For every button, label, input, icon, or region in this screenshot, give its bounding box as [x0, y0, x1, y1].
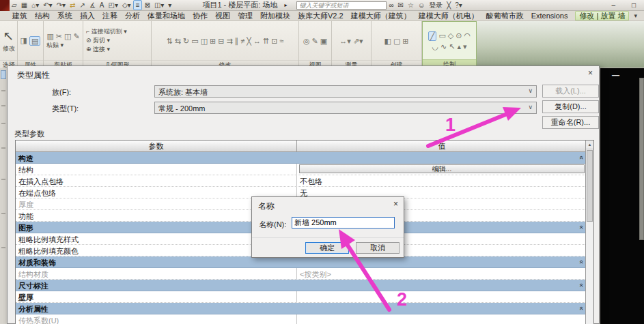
modify-tool-icon[interactable]: ▭: [191, 37, 198, 45]
table-row[interactable]: 尺寸标注 «: [16, 280, 587, 291]
measure-icon[interactable]: ↗: [77, 1, 87, 10]
create-tool-icon[interactable]: ◧: [384, 37, 391, 45]
text-icon[interactable]: A: [98, 1, 107, 10]
collapse-group-icon[interactable]: «: [578, 283, 585, 287]
table-row[interactable]: 材质和装饰 «: [16, 256, 587, 268]
chevron-down-icon[interactable]: ∨: [528, 87, 533, 94]
view-tool-icon[interactable]: ✎: [311, 37, 318, 45]
ribbon-tab[interactable]: 附加模块: [260, 11, 290, 20]
ribbon-tab[interactable]: 体量和场地: [148, 11, 185, 20]
modify-tool-icon[interactable]: ↔: [253, 37, 261, 45]
table-row[interactable]: 结构 编辑...: [16, 164, 587, 175]
search-icon[interactable]: ∞: [387, 1, 395, 10]
table-row[interactable]: 传热系数(U): [16, 314, 587, 324]
param-value[interactable]: [297, 256, 587, 267]
cut-geometry-button[interactable]: ⊘ 剪切 ▾: [85, 37, 150, 44]
modify-tool-icon[interactable]: ↻: [183, 37, 189, 45]
ribbon-tab[interactable]: 建模大师（建筑）: [351, 11, 411, 20]
restore-icon[interactable]: □: [624, 1, 644, 10]
minimize-icon[interactable]: –: [603, 1, 624, 10]
ribbon-tab[interactable]: 系统: [57, 11, 72, 20]
collapse-group-icon[interactable]: «: [578, 306, 585, 310]
open-icon[interactable]: ▱: [10, 1, 19, 10]
ribbon-tab[interactable]: 酸葡萄市政: [486, 11, 524, 20]
paste-button-label[interactable]: 粘贴 ▾: [45, 42, 81, 49]
create-tool-icon[interactable]: ▢: [393, 37, 400, 45]
modify-tool-icon[interactable]: ⇉: [227, 37, 233, 45]
help-icon[interactable]: ?▾: [453, 1, 464, 10]
rename-button[interactable]: 重命名(R)...: [542, 116, 599, 129]
scroll-down-icon[interactable]: ▾: [463, 42, 467, 50]
section-icon[interactable]: ◇▾: [120, 1, 133, 10]
measure-tool-icon[interactable]: ⇗▾: [353, 37, 363, 45]
draw-line-icon[interactable]: ╱: [428, 31, 437, 41]
canvas-scrollbar[interactable]: [639, 78, 644, 240]
copy-icon[interactable]: ◫: [64, 32, 71, 40]
draw-fillet-arc-icon[interactable]: ◡: [432, 42, 438, 50]
drawing-area[interactable]: —: [600, 68, 644, 324]
close-hidden-windows-icon[interactable]: ⊠: [142, 1, 152, 10]
ribbon-tab[interactable]: 族库大师V2.2: [298, 11, 344, 20]
create-tool-icon[interactable]: ⊞: [402, 37, 408, 45]
param-value[interactable]: 编辑...: [299, 164, 585, 173]
name-input[interactable]: [292, 217, 395, 229]
cope-button[interactable]: ⌐ 连接端切割 ▾: [85, 28, 150, 35]
chevron-down-icon[interactable]: ∨: [528, 104, 533, 111]
user-icon[interactable]: ☺: [416, 1, 427, 10]
table-row[interactable]: 在插入点包络 不包络: [16, 175, 587, 187]
modify-tool-icon[interactable]: ∥: [235, 37, 239, 45]
table-row[interactable]: 构造 «: [16, 152, 587, 164]
thin-lines-icon[interactable]: ≡: [133, 0, 143, 10]
ribbon-tab[interactable]: 建模大师（机电）: [419, 11, 479, 20]
undo-icon[interactable]: ↶▾: [41, 1, 54, 10]
modify-tool-icon[interactable]: ⊟: [218, 37, 224, 45]
type-select[interactable]: 常规 - 200mm ∨: [154, 102, 537, 114]
qat-customize-icon[interactable]: ▾: [166, 1, 173, 10]
switch-windows-icon[interactable]: ◫▾: [152, 1, 166, 10]
cancel-button[interactable]: 取消: [356, 242, 400, 254]
table-row[interactable]: 结构材质 <按类别>: [16, 268, 587, 280]
measure-tool-icon[interactable]: ↔▾: [339, 37, 351, 45]
draw-rectangle-icon[interactable]: ▭: [438, 31, 445, 41]
modify-tool-icon[interactable]: ╳: [247, 37, 251, 45]
modify-tool-icon[interactable]: ⇆: [175, 37, 181, 45]
autodesk-360-icon[interactable]: ╳: [445, 1, 453, 10]
ok-button[interactable]: 确定: [305, 242, 349, 254]
param-value[interactable]: [297, 314, 587, 324]
duplicate-button[interactable]: 复制(D)...: [542, 100, 599, 113]
ribbon-tab[interactable]: 管理: [238, 11, 253, 20]
panel-fragment-minus-icon[interactable]: —: [612, 71, 619, 79]
draw-pick-lines-icon[interactable]: ↖: [449, 42, 455, 50]
view-tool-icon[interactable]: ◎: [303, 37, 310, 45]
scroll-up-icon[interactable]: ▲: [586, 141, 593, 149]
ribbon-tab[interactable]: 插入: [80, 11, 95, 20]
modify-cursor-icon[interactable]: ↖: [3, 29, 14, 44]
angle-dimension-icon[interactable]: ∡: [87, 1, 98, 10]
type-properties-icon[interactable]: ◨: [20, 36, 27, 46]
scroll-up-icon[interactable]: ▴: [457, 42, 461, 50]
ribbon-tab[interactable]: 协作: [193, 11, 208, 20]
match-type-icon[interactable]: ✎: [73, 32, 79, 40]
modify-tool-icon[interactable]: ⊞: [210, 37, 216, 45]
ribbon-tab[interactable]: 结构: [35, 11, 50, 20]
ribbon-options-icon[interactable]: ▾: [634, 12, 637, 19]
param-value[interactable]: [297, 303, 587, 314]
modify-button-label[interactable]: 修改: [1, 45, 16, 53]
title-arrow-icon[interactable]: ▸: [284, 2, 287, 8]
modify-tool-icon[interactable]: ≠: [240, 37, 244, 45]
login-button[interactable]: 登录: [427, 1, 445, 10]
redo-icon[interactable]: ↷▾: [55, 1, 68, 10]
modify-tool-icon[interactable]: ≈: [279, 37, 283, 45]
ribbon-tab[interactable]: 修改 | 放置 墙: [575, 11, 629, 20]
join-geometry-button[interactable]: ⊕ 连接 ▾: [85, 46, 150, 53]
close-icon[interactable]: ×: [588, 68, 593, 78]
ribbon-tab[interactable]: 视图: [215, 11, 230, 20]
param-value[interactable]: [297, 280, 587, 291]
revit-logo[interactable]: [0, 0, 10, 11]
table-row[interactable]: 分析属性 «: [16, 303, 587, 314]
communication-center-icon[interactable]: ✉: [396, 1, 406, 10]
param-value[interactable]: 不包络: [297, 175, 587, 186]
draw-polygon-icon[interactable]: ◇: [448, 31, 453, 41]
favorites-icon[interactable]: ☆: [406, 1, 416, 10]
ribbon-tab[interactable]: 注释: [102, 11, 117, 20]
